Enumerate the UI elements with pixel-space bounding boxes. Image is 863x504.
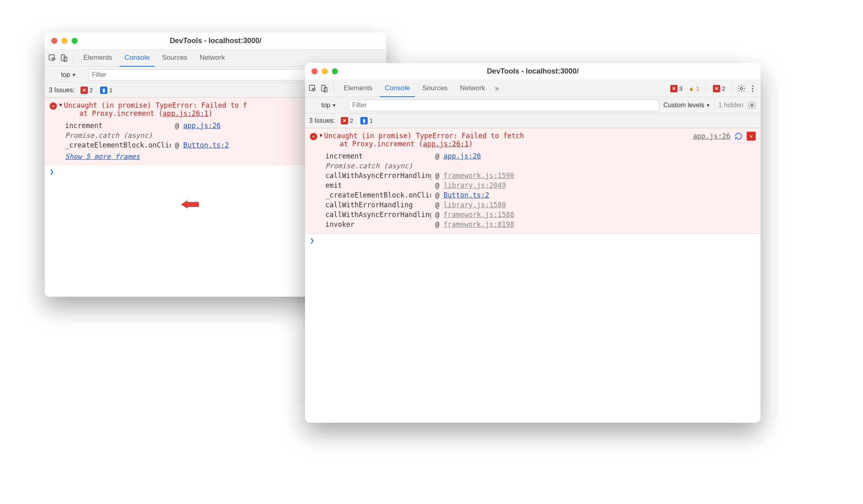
error-chip-icon[interactable]: ✕ [747, 132, 756, 141]
more-tabs-icon[interactable]: » [493, 84, 501, 93]
at-symbol: @ [435, 211, 443, 219]
at-symbol: @ [435, 181, 443, 189]
close-button[interactable] [312, 68, 318, 74]
console-error-entry: app.js:26 ✕ ✕ ▶ Uncaught (in promise) Ty… [305, 128, 761, 234]
svg-rect-8 [187, 202, 199, 207]
stack-function: callWithErrorHandling [325, 201, 431, 209]
stack-source-link[interactable]: Button.ts:2 [443, 191, 489, 199]
issues-info-badge[interactable]: ▮1 [359, 117, 374, 124]
log-levels-selector[interactable]: Custom levels ▼ [663, 102, 710, 109]
inspect-icon[interactable] [48, 54, 57, 63]
tab-elements[interactable]: Elements [78, 50, 117, 67]
tab-bar: Elements Console Sources Network » ✕3 ▲ … [305, 80, 761, 97]
context-selector[interactable]: top ▼ [61, 71, 76, 78]
stack-source-link[interactable]: framework.js:1588 [443, 211, 514, 219]
stack-function: emit [325, 181, 431, 189]
stack-frame: Promise.catch (async) [325, 161, 751, 171]
tab-sources[interactable]: Sources [157, 50, 192, 67]
svg-point-12 [740, 87, 743, 90]
tab-network[interactable]: Network [195, 50, 230, 67]
titlebar: DevTools - localhost:3000/ [305, 63, 761, 80]
context-label: top [321, 102, 330, 109]
settings-icon[interactable] [737, 84, 746, 93]
stack-function: invoker [325, 220, 431, 228]
collapse-toggle[interactable]: ▶ [58, 104, 64, 106]
context-label: top [61, 71, 70, 78]
issues-label: 3 Issues: [49, 87, 75, 94]
titlebar: DevTools - localhost:3000/ [45, 33, 386, 50]
source-link[interactable]: app.js:26:1 [163, 109, 209, 117]
stack-frame: _createElementBlock.onClick@ Button.ts:2 [325, 190, 751, 200]
at-symbol: @ [435, 201, 443, 209]
stack-frame: emit@ library.js:2049 [325, 180, 751, 190]
maximize-button[interactable] [332, 68, 338, 74]
stack-function: Promise.catch (async) [325, 162, 431, 170]
at-symbol: @ [435, 172, 443, 180]
stack-function: _createElementBlock.onClick [325, 191, 431, 199]
stack-trace: increment@ app.js:26Promise.catch (async… [310, 148, 751, 230]
stack-source-link[interactable]: app.js:26 [183, 122, 220, 130]
collapse-toggle[interactable]: ▶ [318, 134, 324, 137]
source-link[interactable]: app.js:26:1 [423, 140, 469, 148]
tab-console[interactable]: Console [120, 50, 155, 67]
stack-frame: increment@ app.js:26 [325, 151, 751, 161]
stack-source-link[interactable]: Button.ts:2 [183, 141, 229, 149]
issues-label: 3 Issues: [309, 117, 335, 124]
issues-bar: 3 Issues: ✕2 ▮1 [305, 113, 761, 128]
console-settings-icon[interactable] [747, 101, 756, 110]
tabbar-error-badge[interactable]: ✕3 [669, 85, 684, 92]
error-icon: ✕ [310, 133, 317, 140]
filter-input[interactable] [349, 100, 659, 111]
svg-point-21 [751, 104, 753, 106]
window-title: DevTools - localhost:3000/ [45, 37, 386, 45]
at-symbol: @ [175, 141, 183, 149]
traffic-lights [305, 68, 338, 74]
stack-source-link[interactable]: app.js:26 [443, 152, 481, 160]
tab-elements[interactable]: Elements [339, 80, 377, 97]
stack-source-link[interactable]: framework.js:1590 [443, 172, 514, 180]
traffic-lights [45, 38, 78, 44]
close-button[interactable] [51, 38, 57, 44]
stack-function: callWithAsyncErrorHandling [325, 172, 431, 180]
tab-network[interactable]: Network [455, 80, 490, 97]
stack-function: _createElementBlock.onClick [65, 141, 171, 149]
tab-sources[interactable]: Sources [417, 80, 452, 97]
device-toolbar-icon[interactable] [320, 84, 329, 93]
hidden-count: 1 hidden [719, 102, 743, 109]
svg-point-15 [752, 90, 754, 92]
info-icon: ▮ [100, 87, 107, 94]
console-prompt[interactable]: ❯ [305, 234, 761, 247]
stack-source-link[interactable]: framework.js:8198 [443, 220, 514, 228]
issues-error-badge[interactable]: ✕2 [79, 87, 94, 94]
stack-source-link[interactable]: library.js:1580 [443, 201, 506, 209]
tabbar-msg-badge[interactable]: ✕2 [711, 85, 727, 92]
refresh-icon[interactable] [734, 132, 743, 140]
stack-function: callWithAsyncErrorHandling [325, 211, 431, 219]
error-icon: ✕ [81, 87, 88, 94]
tabbar-warn-badge[interactable]: ▲ 1 [686, 85, 701, 92]
issues-info-badge[interactable]: ▮1 [98, 87, 114, 94]
show-more-frames-link[interactable]: Show 5 more frames [50, 151, 140, 161]
context-selector[interactable]: top ▼ [321, 102, 336, 109]
error-message: Uncaught (in promise) TypeError: Failed … [324, 132, 524, 148]
stack-frame: callWithAsyncErrorHandling@ framework.js… [325, 210, 751, 219]
stack-source-link[interactable]: library.js:2049 [443, 181, 506, 189]
error-icon: ✕ [50, 102, 57, 110]
svg-rect-1 [61, 54, 65, 61]
stack-frame: invoker@ framework.js:8198 [325, 219, 751, 229]
device-toolbar-icon[interactable] [59, 54, 68, 63]
source-link[interactable]: app.js:26 [693, 132, 730, 140]
error-icon: ✕ [713, 85, 720, 92]
maximize-button[interactable] [72, 38, 78, 44]
stack-frame: callWithAsyncErrorHandling@ framework.js… [325, 171, 751, 180]
inspect-icon[interactable] [308, 84, 317, 93]
stack-function: Promise.catch (async) [65, 131, 171, 139]
more-icon[interactable] [748, 84, 757, 93]
issues-error-badge[interactable]: ✕2 [339, 117, 355, 124]
tab-console[interactable]: Console [380, 80, 415, 97]
minimize-button[interactable] [322, 68, 328, 74]
error-icon: ✕ [670, 85, 678, 92]
minimize-button[interactable] [61, 38, 68, 44]
at-symbol: @ [435, 220, 443, 228]
at-symbol: @ [175, 122, 183, 130]
